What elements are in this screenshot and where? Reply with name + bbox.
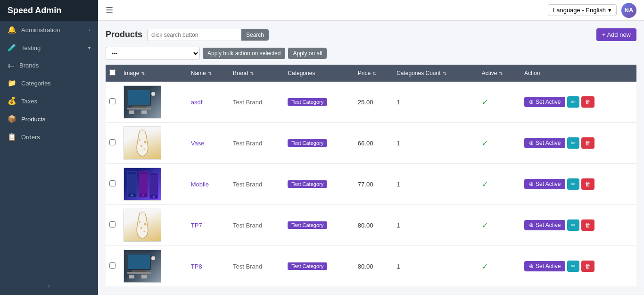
products-table: Image ⇅ Name ⇅ Brand ⇅ — [106, 65, 636, 287]
delete-button[interactable]: 🗑 — [581, 261, 594, 272]
row-checkbox[interactable] — [109, 98, 116, 104]
svg-rect-13 — [128, 174, 136, 194]
sort-icon[interactable]: ⇅ — [443, 71, 446, 76]
product-name[interactable]: TP8 — [191, 263, 202, 270]
col-header-action: Action — [520, 65, 636, 82]
product-categories-count: 1 — [396, 99, 400, 106]
product-image — [124, 209, 161, 242]
avatar[interactable]: NA — [621, 3, 636, 18]
sidebar-item-testing[interactable]: 🧪 Testing ▾ — [0, 39, 98, 57]
col-header-active: Active ⇅ — [478, 65, 520, 82]
search-button[interactable]: Search — [241, 29, 269, 41]
edit-button[interactable]: ✏ — [567, 137, 579, 149]
delete-button[interactable]: 🗑 — [581, 96, 594, 108]
set-active-button[interactable]: ⊕ Set Active — [524, 220, 565, 230]
sidebar-item-brands[interactable]: 🏷 Brands — [0, 57, 98, 74]
sidebar-item-administration[interactable]: 🔔 Administration ‹ — [0, 21, 98, 39]
svg-rect-2 — [132, 106, 146, 108]
col-header-image: Image ⇅ — [120, 65, 187, 82]
dropdown-icon: ▾ — [608, 7, 611, 14]
action-group: ⊕ Set Active ✏ 🗑 — [524, 219, 633, 231]
edit-button[interactable]: ✏ — [567, 261, 579, 272]
svg-point-14 — [131, 194, 133, 196]
delete-button[interactable]: 🗑 — [581, 137, 594, 149]
product-category-badge: Test Category — [288, 262, 327, 270]
sort-icon[interactable]: ⇅ — [208, 71, 212, 76]
svg-point-22 — [139, 221, 140, 223]
sort-icon[interactable]: ⇅ — [250, 71, 254, 76]
row-checkbox[interactable] — [109, 180, 116, 186]
svg-rect-5 — [141, 110, 147, 114]
product-image — [124, 126, 161, 160]
edit-button[interactable]: ✏ — [567, 178, 579, 190]
chevron-down-icon: ▾ — [88, 45, 91, 51]
col-header-categories: Categories — [284, 65, 354, 82]
orders-icon: 📋 — [8, 133, 17, 141]
product-categories-count: 1 — [396, 222, 400, 229]
select-all-checkbox[interactable] — [109, 69, 116, 76]
svg-point-25 — [144, 230, 145, 232]
app-title: Speed Admin — [0, 0, 98, 21]
product-categories-count: 1 — [396, 181, 400, 188]
sidebar-item-orders[interactable]: 📋 Orders — [0, 128, 98, 146]
svg-point-9 — [144, 141, 147, 143]
svg-point-21 — [140, 211, 145, 213]
row-checkbox[interactable] — [109, 262, 116, 269]
product-price: 25.00 — [358, 99, 373, 106]
plus-circle-icon: ⊕ — [529, 140, 534, 146]
sidebar-item-taxes[interactable]: 💰 Taxes — [0, 92, 98, 110]
active-check-icon: ✓ — [482, 98, 488, 106]
product-price: 80.00 — [358, 263, 373, 270]
product-name[interactable]: Vase — [191, 140, 205, 147]
sort-icon[interactable]: ⇅ — [499, 71, 503, 76]
bulk-apply-selected-button[interactable]: Apply bulk action on selected — [203, 48, 285, 59]
delete-button[interactable]: 🗑 — [581, 178, 594, 190]
product-brand: Test Brand — [233, 99, 262, 106]
svg-rect-28 — [132, 270, 146, 272]
product-name[interactable]: TP7 — [191, 222, 202, 229]
product-name[interactable]: asdf — [191, 99, 203, 106]
sort-icon[interactable]: ⇅ — [372, 71, 376, 76]
product-name[interactable]: Mobile — [191, 181, 209, 188]
set-active-button[interactable]: ⊕ Set Active — [524, 97, 565, 107]
bulk-action-select[interactable]: --- — [106, 47, 200, 60]
sidebar-item-categories[interactable]: 📁 Categories — [0, 74, 98, 92]
language-button[interactable]: Language - English ▾ — [548, 4, 617, 16]
set-active-button[interactable]: ⊕ Set Active — [524, 261, 565, 271]
svg-point-23 — [144, 223, 147, 225]
sidebar: Speed Admin 🔔 Administration ‹ 🧪 Testing… — [0, 0, 98, 295]
delete-button[interactable]: 🗑 — [581, 219, 594, 231]
svg-rect-3 — [127, 108, 151, 110]
svg-rect-1 — [128, 90, 150, 105]
row-checkbox[interactable] — [109, 221, 116, 228]
product-image — [124, 85, 161, 118]
add-new-button[interactable]: + Add new — [596, 28, 636, 41]
svg-rect-4 — [129, 110, 134, 114]
table-row: TP8 Test Brand Test Category 80.00 1 ✓ ⊕… — [106, 246, 636, 287]
product-category-badge: Test Category — [288, 139, 327, 147]
row-checkbox[interactable] — [109, 139, 116, 145]
product-category-badge: Test Category — [288, 98, 327, 106]
sidebar-collapse-btn[interactable]: ‹ — [0, 277, 98, 295]
sidebar-item-label: Categories — [21, 80, 51, 87]
svg-point-7 — [140, 129, 145, 131]
product-price: 77.00 — [358, 181, 373, 188]
page-title: Products — [106, 30, 142, 40]
bulk-apply-all-button[interactable]: Apply on all — [288, 48, 327, 59]
hamburger-icon[interactable]: ☰ — [106, 5, 113, 16]
product-category-badge: Test Category — [288, 221, 327, 229]
sort-icon[interactable]: ⇅ — [141, 71, 145, 76]
set-active-button[interactable]: ⊕ Set Active — [524, 179, 565, 189]
product-brand: Test Brand — [233, 222, 262, 229]
search-input[interactable] — [147, 29, 241, 41]
svg-point-32 — [151, 256, 155, 260]
product-categories-count: 1 — [396, 140, 400, 147]
edit-button[interactable]: ✏ — [567, 219, 579, 231]
product-brand: Test Brand — [233, 263, 262, 270]
product-image — [124, 250, 161, 283]
edit-button[interactable]: ✏ — [567, 96, 579, 108]
sidebar-item-products[interactable]: 📦 Products — [0, 110, 98, 128]
svg-point-20 — [153, 196, 155, 198]
set-active-button[interactable]: ⊕ Set Active — [524, 138, 565, 148]
svg-rect-16 — [140, 174, 147, 194]
